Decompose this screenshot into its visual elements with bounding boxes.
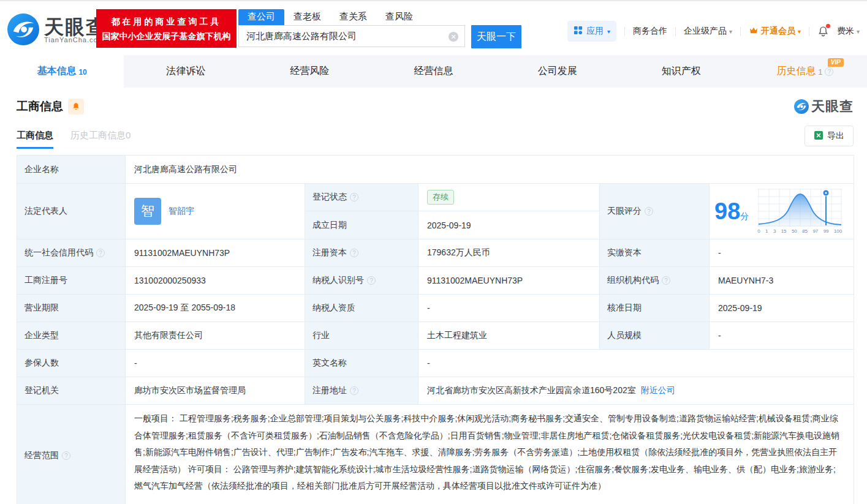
search-button[interactable]: 天眼一下 xyxy=(471,25,521,48)
field-label-insured-count: 参保人数 xyxy=(17,350,126,377)
user-menu[interactable]: 费米 ▾ xyxy=(837,26,860,37)
field-label-english-name: 英文名称 xyxy=(305,350,418,377)
nav-cooperation[interactable]: 商务合作 xyxy=(633,26,667,37)
tab-label: 公司发展 xyxy=(538,65,577,78)
clear-search-icon[interactable]: ✕ xyxy=(449,32,458,42)
tab-basic-info[interactable]: 基本信息 10 xyxy=(0,55,124,88)
site-logo[interactable]: 天眼查 TianYanCha.com xyxy=(7,13,107,48)
field-value-staff-size: - xyxy=(710,322,854,350)
field-value-insured-count: - xyxy=(126,350,305,377)
field-label-registration-status: 登记状态 xyxy=(305,184,418,211)
field-value-taxpayer-qualification: - xyxy=(418,295,600,322)
help-icon[interactable] xyxy=(350,386,358,395)
field-value-approval-date: 2025-09-19 xyxy=(710,295,854,322)
field-value-company-name: 河北唐廊高速公路有限公司 xyxy=(126,156,854,184)
help-icon[interactable] xyxy=(645,207,653,216)
subtab-business-info[interactable]: 工商信息 xyxy=(17,130,53,149)
tab-history-info[interactable]: VIP 历史信息 1 xyxy=(743,55,867,88)
field-value-registered-address: 河北省廊坊市安次区高新技术产业园富余道160号202室 附近公司 xyxy=(418,377,854,405)
score-chart-axis: 01 315 5085 9799 100 xyxy=(757,228,842,234)
open-vip-label: 开通会员 xyxy=(761,26,795,37)
tab-operating-risk[interactable]: 经营风险 xyxy=(248,55,371,88)
tab-legal-proceedings[interactable]: 法律诉讼 xyxy=(124,55,248,88)
notification-dot xyxy=(826,24,830,28)
field-value-company-type: 其他有限责任公司 xyxy=(126,322,305,350)
company-tab-bar: 基本信息 10 法律诉讼 经营风险 经营信息 公司发展 知识产权 VIP 历史信… xyxy=(0,55,867,88)
field-label-taxpayer-id: 纳税人识别号 xyxy=(305,267,418,295)
tab-operating-info[interactable]: 经营信息 xyxy=(371,55,495,88)
subtab-history-business-info[interactable]: 历史工商信息0 xyxy=(70,130,131,149)
help-icon[interactable] xyxy=(350,249,358,257)
field-value-registered-capital: 179632万人民币 xyxy=(418,239,600,267)
tianyancha-logo-icon xyxy=(7,13,39,48)
field-label-establish-date: 成立日期 xyxy=(305,211,418,239)
divider xyxy=(740,27,741,36)
username: 费米 xyxy=(837,26,854,37)
field-label-registration-number: 工商注册号 xyxy=(17,267,126,295)
field-value-industry: 土木工程建筑业 xyxy=(418,322,600,350)
field-label-registration-authority: 登记机关 xyxy=(17,377,126,405)
help-icon[interactable] xyxy=(62,451,70,460)
field-label-registered-capital: 注册资本 xyxy=(305,239,418,267)
score-number: 98 xyxy=(714,198,740,224)
crown-icon xyxy=(749,26,759,37)
nearby-companies-link[interactable]: 附近公司 xyxy=(641,385,675,396)
legal-rep-avatar[interactable]: 智 xyxy=(134,198,161,225)
field-label-approval-date: 核准日期 xyxy=(600,295,710,322)
field-value-taxpayer-id: 91131002MAEUYNH73P xyxy=(418,267,600,295)
field-label-staff-size: 人员规模 xyxy=(600,322,710,350)
help-icon[interactable] xyxy=(350,193,358,201)
slogan-line1: 都在用的商业查询工具 xyxy=(112,14,222,29)
field-label-business-scope: 经营范围 xyxy=(17,405,126,504)
help-icon[interactable] xyxy=(825,67,833,76)
help-icon[interactable] xyxy=(662,276,670,285)
field-value-establish-date: 2025-09-19 xyxy=(418,211,600,239)
apps-grid-icon xyxy=(574,26,583,37)
field-label-company-type: 企业类型 xyxy=(17,322,126,350)
tab-label: 基本信息 xyxy=(37,65,76,78)
help-icon[interactable] xyxy=(367,276,376,285)
field-label-business-term: 营业期限 xyxy=(17,295,126,322)
search-area: 查公司 查老板 查关系 查风险 ✕ 天眼一下 xyxy=(238,9,521,48)
field-value-org-code: MAEUYNH7-3 xyxy=(710,267,854,295)
field-label-company-name: 企业名称 xyxy=(17,156,126,184)
tab-label: 知识产权 xyxy=(662,65,701,78)
field-label-credit-code: 统一社会信用代码 xyxy=(17,239,126,267)
search-tab-boss[interactable]: 查老板 xyxy=(284,9,330,25)
nav-enterprise[interactable]: 企业级产品 ▾ xyxy=(684,26,732,37)
notifications-bell-icon[interactable] xyxy=(817,26,829,37)
business-info-table: 企业名称 河北唐廊高速公路有限公司 法定代表人 智 智韶宇 登记状态 xyxy=(17,155,854,504)
tab-company-development[interactable]: 公司发展 xyxy=(496,55,619,88)
divider xyxy=(624,27,625,36)
tab-label: 经营信息 xyxy=(414,65,453,78)
tab-label: 法律诉讼 xyxy=(166,65,205,78)
field-value-credit-code: 91131002MAEUYNH73P xyxy=(126,239,305,267)
open-vip-button[interactable]: 开通会员 ▾ xyxy=(749,26,801,37)
apps-menu[interactable]: 应用 ▾ xyxy=(567,21,616,42)
help-icon[interactable] xyxy=(96,249,105,257)
field-value-registration-authority: 廊坊市安次区市场监督管理局 xyxy=(126,377,305,405)
search-box: ✕ xyxy=(238,25,465,47)
field-label-legal-representative: 法定代表人 xyxy=(17,184,126,239)
watermark-text: 天眼查 xyxy=(811,97,854,116)
legal-rep-link[interactable]: 智韶宇 xyxy=(168,206,194,217)
excel-icon xyxy=(814,130,823,142)
tab-label: 历史信息 xyxy=(777,65,816,78)
export-button[interactable]: 导出 xyxy=(805,126,854,146)
search-tab-relation[interactable]: 查关系 xyxy=(330,9,376,25)
field-value-business-scope: 一般项目： 工程管理服务;税务服务;企业总部管理;项目策划与公关服务;科技中介服… xyxy=(126,405,854,504)
search-tab-risk[interactable]: 查风险 xyxy=(376,9,422,25)
search-tabs: 查公司 查老板 查关系 查风险 xyxy=(238,9,521,25)
chevron-down-icon: ▾ xyxy=(729,28,732,35)
field-value-registration-number: 131002000250933 xyxy=(126,267,305,295)
score-distribution-chart: 01 315 5085 9799 100 xyxy=(757,189,842,234)
field-label-org-code: 组织机构代码 xyxy=(600,267,710,295)
field-value-tianyan-score: 98分 xyxy=(710,184,854,239)
slogan-line2: 国家中小企业发展子基金旗下机构 xyxy=(102,29,231,43)
subscribe-bell-icon[interactable] xyxy=(68,99,84,115)
search-input[interactable] xyxy=(239,26,441,46)
divider xyxy=(809,27,809,36)
top-nav: 应用 ▾ 商务合作 企业级产品 ▾ 开通会员 ▾ 费米 ▾ xyxy=(567,21,860,42)
search-tab-company[interactable]: 查公司 xyxy=(238,9,284,25)
tab-intellectual-property[interactable]: 知识产权 xyxy=(619,55,743,88)
